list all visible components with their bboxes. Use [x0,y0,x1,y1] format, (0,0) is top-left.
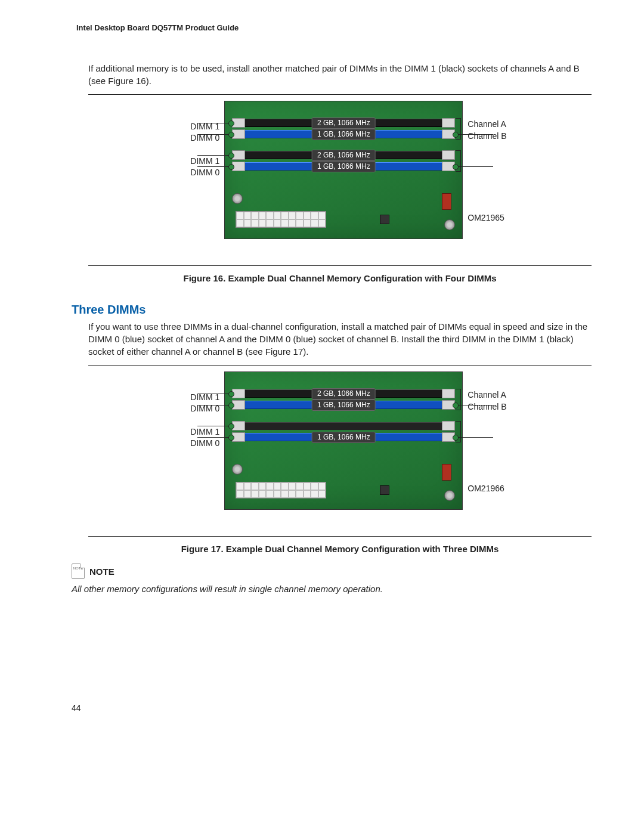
fig17-right-labels: Channel A Channel B OM21966 [467,371,506,530]
screw-icon [232,464,243,475]
note-block: NOTE NOTE All other memory configuration… [72,563,597,595]
motherboard-diagram: 2 GB, 1066 MHz 1 GB, 1066 MHz 1 GB, 1066… [224,371,463,510]
note-icon: NOTE [72,563,85,579]
dimm-label: DIMM 0 [190,438,219,449]
component-icon [442,464,451,481]
mem-label: 2 GB, 1066 MHz [312,388,376,400]
dimm-label: DIMM 0 [190,167,219,178]
note-label: NOTE [89,565,114,578]
power-connector-icon [236,211,326,228]
figure-16: DIMM 1 DIMM 0 DIMM 1 DIMM 0 2 GB, 1066 M… [88,94,592,284]
three-dimms-paragraph: If you want to use three DIMMs in a dual… [88,320,597,358]
figure-17: DIMM 1 DIMM 0 DIMM 1 DIMM 0 2 GB, 1066 M… [88,365,592,555]
mem-label: 1 GB, 1066 MHz [312,161,376,172]
mem-label: 1 GB, 1066 MHz [312,432,376,443]
figure-code: OM21965 [467,212,506,224]
mem-label: 2 GB, 1066 MHz [312,117,376,129]
note-text: All other memory configurations will res… [72,583,597,595]
channel-label: Channel B [467,131,506,143]
component-icon [442,193,451,210]
screw-icon [232,193,243,204]
mem-label: 2 GB, 1066 MHz [312,150,376,161]
chip-icon [380,215,389,224]
page-number: 44 [72,702,597,714]
screw-icon [444,490,455,501]
three-dimms-heading: Three DIMMs [72,301,597,318]
page-header: Intel Desktop Board DQ57TM Product Guide [76,23,597,33]
power-connector-icon [236,482,326,498]
mem-label: 1 GB, 1066 MHz [312,129,376,140]
dimm-label: DIMM 1 [190,426,219,438]
channel-label: Channel A [467,389,506,401]
motherboard-diagram: 2 GB, 1066 MHz 1 GB, 1066 MHz 2 GB, 1066… [224,101,463,239]
figure-16-caption: Figure 16. Example Dual Channel Memory C… [88,272,592,284]
channel-label: Channel A [467,119,506,131]
figure-code: OM21966 [467,483,506,495]
screw-icon [444,219,455,230]
chip-icon [380,485,389,495]
dimm-label: DIMM 1 [190,156,219,167]
mem-label: 1 GB, 1066 MHz [312,400,376,411]
channel-label: Channel B [467,401,506,413]
intro-paragraph: If additional memory is to be used, inst… [88,62,597,87]
figure-17-caption: Figure 17. Example Dual Channel Memory C… [88,543,592,555]
fig16-right-labels: Channel A Channel B OM21965 [467,101,506,259]
